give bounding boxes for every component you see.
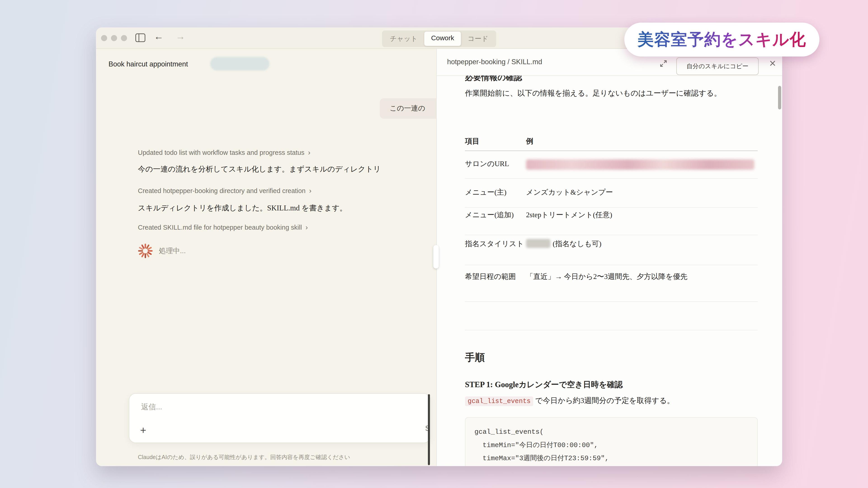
table-row: メニュー(主) メンズカット&シャンプー [465, 179, 758, 208]
attach-plus-icon[interactable]: + [140, 425, 146, 435]
tool-result-label: Created SKILL.md file for hotpepper beau… [138, 224, 302, 231]
skill-file-panel: hotpepper-booking / SKILL.md 自分のスキルにコピー … [436, 49, 782, 466]
processing-label: 処理中... [159, 246, 186, 256]
chevron-right-icon: › [308, 149, 310, 156]
tool-result-row[interactable]: Created hotpepper-booking directory and … [138, 187, 311, 195]
tool-result-label: Updated todo list with workflow tasks an… [138, 149, 305, 156]
tab-chat[interactable]: チャット [383, 32, 425, 46]
code-block: gcal_list_events( timeMin="今日の日付T00:00:0… [465, 417, 758, 466]
table-row: メニュー(追加) 2stepトリートメント(任意) [465, 208, 758, 235]
assistant-message: スキルディレクトリを作成しました。SKILL.md を書きます。 [138, 203, 347, 213]
table-row: サロンのURL [465, 151, 758, 179]
chat-pane: Book haircut appointment この一連の Updated t… [96, 49, 436, 466]
clipped-section-heading: 必要情報の確認 [465, 75, 522, 85]
forward-icon: → [176, 32, 185, 41]
section-divider [465, 330, 758, 330]
intro-paragraph: 作業開始前に、以下の情報を揃える。足りないものはユーザーに確認する。 [465, 87, 748, 100]
table-row: 指名スタイリスト (指名なしも可) [465, 235, 758, 265]
ai-disclaimer: ClaudeはAIのため、誤りがある可能性があります。回答内容を再度ご確認くださ… [138, 453, 436, 461]
app-window: ← → チャット Cowork コード Book haircut appoint… [96, 28, 782, 466]
spinner-icon [138, 244, 153, 258]
caption-badge: 美容室予約をスキル化 [624, 23, 819, 57]
conversation-title: Book haircut appointment [108, 60, 188, 68]
reply-composer[interactable]: 返信... + S [129, 393, 431, 443]
tool-result-row[interactable]: Updated todo list with workflow tasks an… [138, 149, 310, 157]
user-message-bubble: この一連の [380, 98, 436, 119]
caption-badge-label: 美容室予約をスキル化 [638, 29, 806, 51]
column-header: 項目 [465, 131, 526, 151]
sidebar-toggle-icon[interactable] [135, 33, 145, 42]
close-window-button[interactable] [101, 35, 107, 41]
window-controls[interactable] [101, 35, 127, 41]
required-info-table: 項目 例 サロンのURL メニュー(主) メンズカット&シャンプー メニュー(追… [465, 131, 758, 302]
file-breadcrumb: hotpepper-booking / SKILL.md [447, 58, 542, 66]
redacted-salon-url [526, 159, 754, 170]
back-icon[interactable]: ← [154, 32, 163, 41]
panel-scrollbar-thumb[interactable] [778, 86, 781, 110]
maximize-window-button[interactable] [121, 35, 127, 41]
tab-cowork[interactable]: Cowork [424, 32, 461, 46]
table-row: 希望日程の範囲 「直近」→ 今日から2〜3週間先、夕方以降を優先 [465, 265, 758, 302]
steps-heading: 手順 [465, 351, 485, 364]
tool-result-label: Created hotpepper-booking directory and … [138, 187, 306, 194]
redacted-title-pill [210, 57, 270, 70]
column-header: 例 [526, 131, 758, 151]
step1-description: gcal_list_eventsで今日から約3週間分の予定を取得する。 [465, 396, 674, 406]
redacted-stylist-name [526, 239, 550, 248]
close-icon[interactable] [768, 59, 777, 68]
chevron-right-icon: › [305, 223, 308, 231]
tool-result-row[interactable]: Created SKILL.md file for hotpepper beau… [138, 223, 308, 232]
expand-icon[interactable] [659, 59, 668, 68]
processing-row: 処理中... [138, 244, 186, 258]
pane-resize-handle[interactable] [433, 245, 439, 269]
minimize-window-button[interactable] [111, 35, 117, 41]
table-header-row: 項目 例 [465, 131, 758, 151]
tab-code[interactable]: コード [461, 32, 495, 46]
inline-code: gcal_list_events [465, 396, 533, 406]
skill-markdown-body: 必要情報の確認 作業開始前に、以下の情報を揃える。足りないものはユーザーに確認す… [465, 75, 758, 466]
reply-input-placeholder[interactable]: 返信... [141, 402, 162, 412]
mode-switcher: チャット Cowork コード [382, 31, 496, 47]
chevron-right-icon: › [309, 187, 311, 194]
copy-to-my-skills-button[interactable]: 自分のスキルにコピー [676, 57, 758, 75]
assistant-message: 今の一連の流れを分析してスキル化します。まずスキルのディレクトリ [138, 164, 381, 174]
step1-heading: STEP 1: Googleカレンダーで空き日時を確認 [465, 379, 623, 390]
